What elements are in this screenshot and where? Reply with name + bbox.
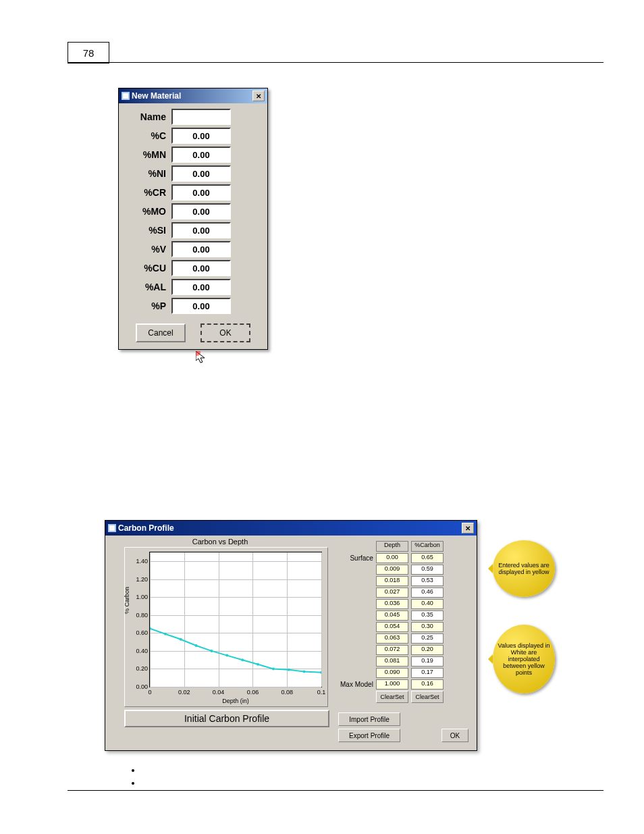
- depth-cell[interactable]: 0.036: [376, 599, 408, 609]
- carbon-cell[interactable]: 0.20: [411, 645, 444, 655]
- depth-cell[interactable]: 0.081: [376, 656, 408, 667]
- depth-cell[interactable]: 0.063: [376, 633, 408, 644]
- x-tick: 0: [148, 687, 151, 696]
- name-input[interactable]: [171, 109, 231, 125]
- clear-set-depth-button[interactable]: ClearSet: [376, 691, 408, 703]
- svg-rect-1: [123, 93, 128, 99]
- percent-input[interactable]: 0.00: [171, 165, 231, 182]
- chart-plot-area: 0.000.200.400.600.801.001.201.4000.020.0…: [149, 552, 322, 687]
- field-label: %MO: [126, 206, 166, 217]
- percent-input[interactable]: 0.00: [171, 128, 231, 144]
- carbon-cell[interactable]: 0.65: [411, 553, 444, 563]
- new-material-titlebar[interactable]: New Material ✕: [119, 88, 267, 103]
- y-tick: 0.40: [136, 648, 150, 654]
- percent-input[interactable]: 0.00: [171, 222, 231, 238]
- percent-input[interactable]: 0.00: [171, 298, 231, 314]
- field-label: %P: [126, 301, 166, 311]
- depth-cell[interactable]: 0.090: [376, 668, 408, 678]
- carbon-cell[interactable]: 0.19: [411, 656, 444, 667]
- chart-frame: % Carbon 0.000.200.400.600.801.001.201.4…: [124, 547, 328, 707]
- field-label: %AL: [126, 282, 166, 292]
- depth-cell[interactable]: 0.054: [376, 622, 408, 632]
- y-axis-label: % Carbon: [124, 586, 130, 613]
- y-tick: 1.20: [136, 576, 150, 583]
- svg-point-13: [257, 663, 259, 666]
- carbon-profile-title: Carbon Profile: [118, 523, 174, 533]
- x-axis-label: Depth (in): [222, 698, 249, 704]
- y-tick: 0.60: [136, 629, 150, 636]
- field-row: %MN0.00: [126, 147, 261, 163]
- depth-cell[interactable]: 0.045: [376, 610, 408, 621]
- field-label: %CR: [126, 187, 166, 198]
- percent-input[interactable]: 0.00: [171, 203, 231, 219]
- close-icon[interactable]: ✕: [462, 523, 474, 533]
- field-label: %NI: [126, 168, 166, 179]
- field-row: %MO0.00: [126, 203, 261, 219]
- svg-marker-2: [196, 351, 205, 363]
- depth-cell[interactable]: 0.009: [376, 565, 408, 575]
- percent-input[interactable]: 0.00: [171, 241, 231, 257]
- page-number: 78: [68, 42, 109, 63]
- carbon-cell[interactable]: 0.25: [411, 633, 444, 644]
- callout-interpolated-values: Values displayed in White are interpolat…: [493, 625, 555, 694]
- carbon-cell[interactable]: 0.53: [411, 576, 444, 586]
- cancel-button[interactable]: Cancel: [136, 323, 186, 342]
- y-tick: 1.40: [136, 558, 150, 565]
- field-row: %AL0.00: [126, 279, 261, 295]
- field-label: Name: [126, 111, 166, 122]
- max-model-label: Max Model: [340, 679, 374, 689]
- clear-set-carbon-button[interactable]: ClearSet: [411, 691, 444, 703]
- top-rule: [68, 62, 603, 63]
- field-label: %C: [126, 130, 166, 141]
- carbon-cell[interactable]: 0.46: [411, 588, 444, 598]
- carbon-cell[interactable]: 0.59: [411, 565, 444, 575]
- field-row: %CR0.00: [126, 184, 261, 201]
- carbon-header: %Carbon: [411, 541, 444, 552]
- close-icon[interactable]: ✕: [252, 90, 265, 101]
- field-row: %V0.00: [126, 241, 261, 257]
- depth-cell[interactable]: 0.027: [376, 588, 408, 598]
- field-label: %CU: [126, 263, 166, 273]
- carbon-cell[interactable]: 0.30: [411, 622, 444, 632]
- y-tick: 0.20: [136, 665, 150, 672]
- svg-point-17: [320, 671, 321, 674]
- svg-point-16: [303, 670, 306, 673]
- depth-cell[interactable]: 0.018: [376, 576, 408, 586]
- ok-button[interactable]: OK: [200, 323, 250, 342]
- carbon-cell[interactable]: 0.35: [411, 610, 444, 621]
- depth-cell[interactable]: 1.000: [376, 679, 408, 689]
- svg-point-7: [164, 633, 167, 635]
- carbon-cell[interactable]: 0.40: [411, 599, 444, 609]
- field-row: %C0.00: [126, 128, 261, 144]
- x-tick: 0.1: [317, 687, 326, 696]
- depth-cell[interactable]: 0.072: [376, 645, 408, 655]
- carbon-cell[interactable]: 0.17: [411, 668, 444, 678]
- chart-line: [150, 552, 321, 687]
- percent-input[interactable]: 0.00: [171, 184, 231, 201]
- new-material-title: New Material: [132, 91, 181, 101]
- y-tick: 1.00: [136, 594, 150, 600]
- field-row: %NI0.00: [126, 165, 261, 182]
- field-row: Name: [126, 109, 261, 125]
- svg-point-9: [195, 644, 198, 647]
- field-label: %MN: [126, 149, 166, 160]
- depth-cell[interactable]: 0.00: [376, 553, 408, 563]
- import-profile-button[interactable]: Import Profile: [338, 712, 400, 726]
- x-tick: 0.08: [281, 687, 293, 696]
- percent-input[interactable]: 0.00: [171, 279, 231, 295]
- svg-rect-5: [109, 525, 115, 531]
- percent-input[interactable]: 0.00: [171, 260, 231, 276]
- x-tick: 0.06: [247, 687, 259, 696]
- x-tick: 0.04: [213, 687, 225, 696]
- body-bullets: [115, 765, 142, 791]
- carbon-cell[interactable]: 0.16: [411, 679, 444, 689]
- percent-input[interactable]: 0.00: [171, 147, 231, 163]
- chart-subtitle-bar: Initial Carbon Profile: [124, 710, 329, 727]
- carbon-profile-titlebar[interactable]: Carbon Profile ✕: [105, 521, 477, 536]
- svg-point-15: [288, 669, 290, 671]
- svg-point-14: [272, 667, 275, 670]
- depth-header: Depth: [376, 541, 408, 552]
- export-profile-button[interactable]: Export Profile: [338, 729, 400, 742]
- field-label: %V: [126, 244, 166, 255]
- ok-button[interactable]: OK: [441, 729, 468, 742]
